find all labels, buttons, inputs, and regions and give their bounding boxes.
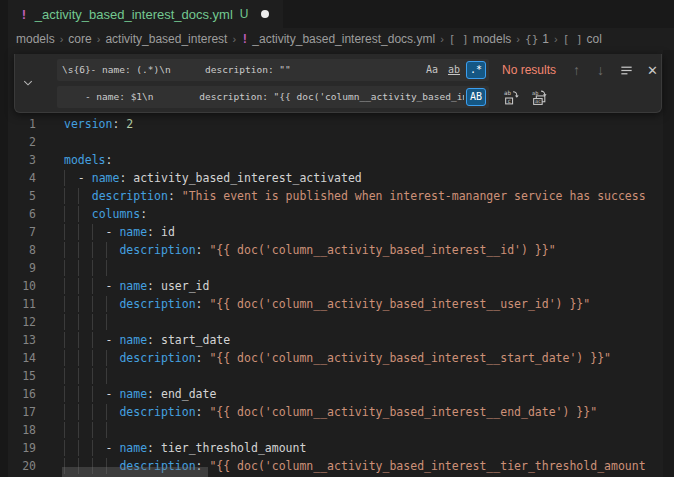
indent-guide <box>106 422 107 438</box>
breadcrumb-label: core <box>68 32 91 46</box>
code-line[interactable]: 6 columns: <box>0 205 663 223</box>
code-text: - name: user_id <box>64 277 209 295</box>
code-line[interactable]: 9 <box>0 259 663 277</box>
code-line[interactable]: 5 description: "This event is published … <box>0 187 663 205</box>
breadcrumb-item[interactable]: [ ]models <box>449 32 512 46</box>
breadcrumb-separator-icon: › <box>516 33 520 45</box>
breadcrumb-separator-icon: › <box>97 33 101 45</box>
line-number: 13 <box>0 331 36 349</box>
close-icon[interactable]: ✕ <box>647 63 658 78</box>
indent-guide <box>92 260 93 276</box>
line-number: 5 <box>0 187 36 205</box>
breadcrumb-separator-icon: › <box>440 33 444 45</box>
breadcrumb-label: col <box>587 32 602 46</box>
modified-dot-icon[interactable] <box>261 10 269 18</box>
breadcrumb-label: models <box>473 32 512 46</box>
code-line[interactable]: 11 description: "{{ doc('column__activit… <box>0 295 663 313</box>
line-number: 1 <box>0 115 36 133</box>
code-area[interactable]: 1version: 223models:4 - name: activity_b… <box>0 115 674 475</box>
line-number: 11 <box>0 295 36 313</box>
line-number: 18 <box>0 421 36 439</box>
vertical-scrollbar-track[interactable] <box>663 50 674 477</box>
code-line[interactable]: 16 - name: end_date <box>0 385 663 403</box>
find-in-selection-icon[interactable] <box>619 63 634 78</box>
editor-tab[interactable]: ! _activity_based_interest_docs.yml U <box>8 0 283 28</box>
find-input-value: \s{6}- name: (.*)\n description: "" <box>62 59 420 81</box>
yaml-file-icon: ! <box>241 32 248 46</box>
results-count-label: No results <box>502 63 556 77</box>
git-untracked-badge: U <box>240 7 249 21</box>
code-line[interactable]: 2 <box>0 133 663 151</box>
breadcrumb-item[interactable]: !_activity_based_interest_docs.yml <box>241 32 435 46</box>
code-line[interactable]: 14 description: "{{ doc('column__activit… <box>0 349 663 367</box>
whole-word-button[interactable]: ab <box>444 61 464 79</box>
svg-text:c: c <box>508 97 512 103</box>
code-text: models: <box>64 151 112 169</box>
code-line[interactable]: 19 - name: tier_threshold_amount <box>0 439 663 457</box>
toggle-replace-chevron-icon[interactable] <box>15 54 41 112</box>
code-text: columns: <box>64 205 147 223</box>
find-input[interactable]: \s{6}- name: (.*)\n description: "" Aa a… <box>57 59 489 81</box>
indent-guide <box>78 368 79 384</box>
match-case-button[interactable]: Aa <box>422 61 442 79</box>
code-text: version: 2 <box>64 115 133 133</box>
code-text: description: "{{ doc('column__activity_b… <box>64 295 590 313</box>
indent-guide <box>78 422 79 438</box>
svg-text:ab: ab <box>532 89 538 95</box>
breadcrumb-label: activity_based_interest <box>105 32 227 46</box>
code-text: - name: activity_based_interest_activate… <box>64 169 362 187</box>
replace-button[interactable]: ab c <box>503 89 520 106</box>
code-text: description: "{{ doc('column__activity_b… <box>64 403 597 421</box>
code-line[interactable]: 8 description: "{{ doc('column__activity… <box>0 241 663 259</box>
code-line[interactable]: 13 - name: start_date <box>0 331 663 349</box>
vscode-window: ! _activity_based_interest_docs.yml U mo… <box>0 0 674 477</box>
code-line[interactable]: 3models: <box>0 151 663 169</box>
tab-bar: ! _activity_based_interest_docs.yml U <box>8 0 674 28</box>
indent-guide <box>64 260 65 276</box>
symbol-object-icon: {} <box>525 33 538 46</box>
yaml-file-icon: ! <box>20 7 28 22</box>
svg-text:ac: ac <box>535 98 541 104</box>
code-line[interactable]: 10 - name: user_id <box>0 277 663 295</box>
line-number: 3 <box>0 151 36 169</box>
code-line[interactable]: 15 <box>0 367 663 385</box>
breadcrumb-item[interactable]: core <box>68 32 91 46</box>
indent-guide <box>92 422 93 438</box>
horizontal-scrollbar[interactable] <box>62 467 208 477</box>
breadcrumb-item[interactable]: {}1 <box>525 32 549 46</box>
code-line[interactable]: 1version: 2 <box>0 115 663 133</box>
breadcrumb-item[interactable]: [ ]col <box>563 32 602 46</box>
code-line[interactable]: 17 description: "{{ doc('column__activit… <box>0 403 663 421</box>
previous-match-button[interactable]: ↑ <box>573 62 580 78</box>
breadcrumb-item[interactable]: models <box>16 32 55 46</box>
symbol-array-icon: [ ] <box>449 33 469 46</box>
code-line[interactable]: 4 - name: activity_based_interest_activa… <box>0 169 663 187</box>
replace-all-button[interactable]: ab ac <box>531 89 548 106</box>
breadcrumb: models›core›activity_based_interest›!_ac… <box>8 28 674 50</box>
breadcrumb-label: _activity_based_interest_docs.yml <box>252 32 435 46</box>
line-number: 12 <box>0 313 36 331</box>
code-line[interactable]: 7 - name: id <box>0 223 663 241</box>
indent-guide <box>78 314 79 330</box>
code-text: - name: tier_threshold_amount <box>64 439 306 457</box>
code-line[interactable]: 12 <box>0 313 663 331</box>
breadcrumb-separator-icon: › <box>554 33 558 45</box>
line-number: 10 <box>0 277 36 295</box>
breadcrumb-separator-icon: › <box>60 33 64 45</box>
indent-guide <box>64 368 65 384</box>
editor[interactable]: 1version: 223models:4 - name: activity_b… <box>0 50 674 477</box>
line-number: 16 <box>0 385 36 403</box>
line-number: 8 <box>0 241 36 259</box>
line-number: 4 <box>0 169 36 187</box>
replace-input[interactable]: - name: $1\n description: "{{ doc('colum… <box>57 86 489 108</box>
find-replace-widget: \s{6}- name: (.*)\n description: "" Aa a… <box>14 54 662 113</box>
indent-guide <box>106 368 107 384</box>
next-match-button[interactable]: ↓ <box>597 62 604 78</box>
regex-button[interactable]: .* <box>466 61 486 79</box>
indent-guide <box>64 314 65 330</box>
breadcrumb-item[interactable]: activity_based_interest <box>105 32 227 46</box>
preserve-case-button[interactable]: AB <box>466 88 486 106</box>
code-text: - name: id <box>64 223 175 241</box>
code-line[interactable]: 18 <box>0 421 663 439</box>
code-text: - name: end_date <box>64 385 216 403</box>
